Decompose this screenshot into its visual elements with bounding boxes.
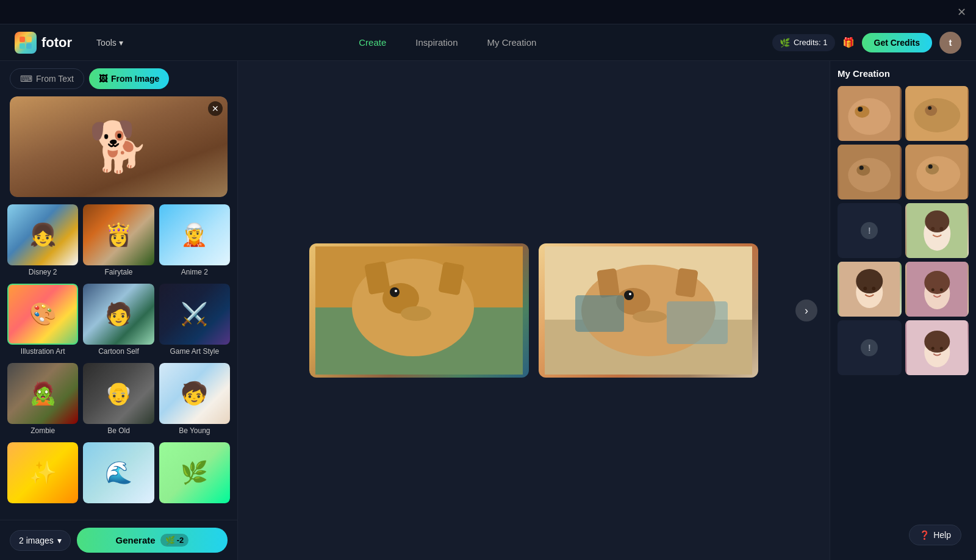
svg-point-37: [916, 156, 960, 192]
svg-point-25: [848, 98, 891, 135]
style-label-game: Game Art Style: [159, 347, 230, 356]
top-bar: ✕: [0, 0, 976, 24]
svg-rect-3: [26, 43, 32, 49]
style-label-beyoung: Be Young: [159, 426, 230, 435]
style-label-beold: Be Old: [83, 426, 154, 435]
creation-thumb-2[interactable]: [905, 86, 969, 141]
creation-grid: !: [838, 86, 969, 375]
svg-rect-2: [20, 43, 25, 49]
next-image-button[interactable]: ›: [795, 300, 817, 321]
svg-point-47: [856, 269, 883, 293]
uploaded-image-container: ✕: [10, 96, 228, 197]
svg-point-10: [401, 306, 431, 321]
style-item-fairytale[interactable]: 👸 Fairytale: [83, 204, 154, 279]
svg-point-17: [624, 290, 634, 300]
creation-thumb-10[interactable]: [905, 320, 969, 375]
creation-thumb-1[interactable]: [838, 86, 902, 141]
svg-point-54: [939, 289, 942, 292]
from-image-label: From Image: [111, 74, 159, 84]
svg-point-43: [931, 227, 935, 231]
style-item-misc1[interactable]: ✨: [7, 442, 78, 503]
remove-image-button[interactable]: ✕: [208, 101, 223, 116]
creation-thumb-5[interactable]: !: [838, 203, 902, 258]
svg-point-52: [924, 271, 950, 294]
images-count-label: 2 images: [19, 536, 54, 545]
svg-rect-22: [575, 295, 624, 332]
style-preview-cartoon: 🧑: [83, 284, 154, 345]
creation-thumb-8[interactable]: [905, 262, 969, 317]
style-preview-beold: 👴: [83, 363, 154, 424]
gen-image-placeholder-1: [309, 243, 529, 378]
credit-cost-badge: 🌿 -2: [160, 534, 189, 547]
from-image-tab[interactable]: 🖼 From Image: [89, 68, 169, 89]
generated-image-2[interactable]: [539, 243, 758, 378]
style-preview-fairytale: 👸: [83, 204, 154, 265]
question-icon: ❓: [919, 530, 930, 540]
style-preview-misc2: 🌊: [83, 442, 154, 503]
style-item-illust[interactable]: 🎨 Illustration Art: [7, 284, 78, 358]
main-layout: ⌨ From Text 🖼 From Image ✕ 👧 Disney 2: [0, 61, 976, 560]
chevron-down-icon: ▾: [119, 38, 123, 48]
style-preview-game: ⚔️: [159, 284, 230, 345]
credits-badge: 🌿 Credits: 1: [772, 34, 835, 51]
style-item-misc2[interactable]: 🌊: [83, 442, 154, 503]
nav-create[interactable]: Create: [359, 37, 386, 48]
image-icon: 🖼: [99, 74, 107, 84]
svg-point-39: [928, 165, 932, 169]
style-preview-zombie: 🧟: [7, 363, 78, 424]
style-label-cartoon: Cartoon Self: [83, 347, 154, 356]
style-row-1: 👧 Disney 2 👸 Fairytale 🧝 Anime 2: [7, 204, 230, 279]
images-count-select[interactable]: 2 images ▾: [10, 530, 71, 551]
error-indicator: !: [861, 222, 878, 239]
style-item-cartoon[interactable]: 🧑 Cartoon Self: [83, 284, 154, 358]
svg-rect-0: [20, 37, 25, 42]
svg-point-31: [928, 106, 931, 110]
credit-cost-value: -2: [177, 536, 184, 545]
style-preview-beyoung: 🧒: [159, 363, 230, 424]
from-text-tab[interactable]: ⌨ From Text: [10, 68, 84, 89]
logo-icon: [15, 32, 37, 54]
creation-thumb-6[interactable]: [905, 203, 969, 258]
style-item-zombie[interactable]: 🧟 Zombie: [7, 363, 78, 437]
style-row-2: 🎨 Illustration Art 🧑 Cartoon Self ⚔️ Gam…: [7, 284, 230, 358]
svg-point-35: [859, 166, 864, 170]
generated-images-container: [297, 231, 770, 390]
creation-thumb-7[interactable]: [838, 262, 902, 317]
style-item-misc3[interactable]: 🌿: [159, 442, 230, 503]
style-item-beyoung[interactable]: 🧒 Be Young: [159, 363, 230, 437]
logo-text: fotor: [41, 35, 72, 51]
uploaded-dog-image: [10, 96, 228, 197]
creation-thumb-4[interactable]: [905, 145, 969, 199]
style-label-disney2: Disney 2: [7, 268, 78, 276]
help-button[interactable]: ❓ Help: [909, 525, 961, 545]
style-preview-anime2: 🧝: [159, 204, 230, 265]
style-item-beold[interactable]: 👴 Be Old: [83, 363, 154, 437]
svg-point-9: [395, 290, 397, 292]
gift-icon[interactable]: 🎁: [842, 37, 855, 48]
get-credits-button[interactable]: Get Credits: [862, 33, 932, 52]
nav-inspiration[interactable]: Inspiration: [415, 37, 458, 48]
creation-thumb-9[interactable]: !: [838, 320, 902, 375]
style-row-3: 🧟 Zombie 👴 Be Old 🧒 Be Young: [7, 363, 230, 437]
logo: fotor: [15, 32, 72, 54]
svg-point-8: [390, 287, 400, 297]
chevron-down-icon: ▾: [57, 536, 62, 545]
style-item-anime2[interactable]: 🧝 Anime 2: [159, 204, 230, 279]
close-button[interactable]: ✕: [957, 5, 966, 19]
svg-rect-21: [675, 268, 698, 298]
right-panel-title: My Creation: [838, 68, 969, 79]
svg-rect-23: [667, 301, 728, 344]
generated-image-1[interactable]: [309, 243, 529, 378]
nav-my-creation[interactable]: My Creation: [487, 37, 537, 48]
avatar[interactable]: t: [939, 32, 961, 54]
style-item-disney2[interactable]: 👧 Disney 2: [7, 204, 78, 279]
style-label-fairytale: Fairytale: [83, 268, 154, 276]
svg-point-59: [939, 347, 942, 350]
generate-button[interactable]: Generate 🌿 -2: [77, 528, 228, 553]
creation-thumb-3[interactable]: [838, 145, 902, 199]
tools-menu-button[interactable]: Tools ▾: [96, 38, 123, 48]
svg-point-29: [914, 98, 960, 132]
style-item-game[interactable]: ⚔️ Game Art Style: [159, 284, 230, 358]
style-label-anime2: Anime 2: [159, 268, 230, 276]
svg-point-57: [924, 331, 950, 353]
